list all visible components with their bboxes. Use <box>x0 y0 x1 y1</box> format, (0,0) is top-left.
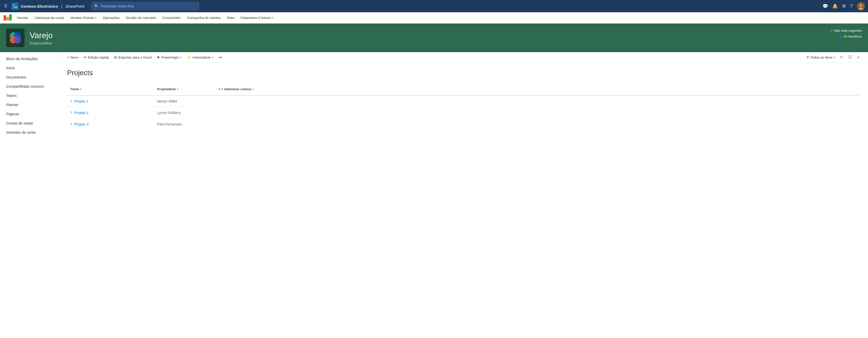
patamares-chevron: ▾ <box>272 17 273 19</box>
quick-edit-button[interactable]: ✏ Edição rápida <box>82 54 111 61</box>
view-chevron: ▾ <box>834 56 835 59</box>
list-item: ↗ Projeto 3 Patti Fernandez <box>67 119 860 130</box>
top-bar: ⠿ Contoso Electronics | SharePoint 🔍 💬 🔔… <box>0 0 868 12</box>
new-label: Novo <box>70 56 79 59</box>
svg-point-3 <box>15 6 17 8</box>
search-input[interactable] <box>101 4 196 8</box>
list-headers: Título ▾ Proprietário ▾ + + Adicionar co… <box>67 85 860 96</box>
project-link-3[interactable]: ↗ Projeto 3 <box>70 122 151 126</box>
list-container: Título ▾ Proprietário ▾ + + Adicionar co… <box>67 85 860 130</box>
svg-point-2 <box>13 6 15 8</box>
nav-gestao[interactable]: Gestão de mercado <box>123 15 159 21</box>
sidebar-item-planner[interactable]: Planner <box>0 100 59 110</box>
nav-lideranca[interactable]: Liderança da conta <box>32 15 66 21</box>
cell-owner-2: Lynne Robbins <box>154 110 215 116</box>
automate-chevron: ▾ <box>212 56 213 59</box>
svg-point-1 <box>15 4 17 6</box>
settings-icon[interactable]: ⚙ <box>842 3 846 9</box>
sidebar-item-paginas[interactable]: Páginas <box>0 110 59 119</box>
nav-campanha[interactable]: Campanha de vendas <box>184 15 223 21</box>
nav-vendas[interactable]: Vendas <box>14 15 31 21</box>
list-item: ↗ Projeto 2 Lynne Robbins <box>67 107 860 119</box>
sidebar-item-teams[interactable]: Teams <box>0 91 59 100</box>
site-header-actions: ☆ Não está seguindo 👤 24 membros <box>830 29 862 38</box>
sidebar-item-gerentes[interactable]: Gerentes de conta <box>0 128 59 137</box>
help-icon[interactable]: ? <box>850 4 852 9</box>
column-header-titulo[interactable]: Título ▾ <box>67 85 154 93</box>
search-bar[interactable]: 🔍 <box>92 2 199 10</box>
sidebar-item-compartilhado[interactable]: Compartilhado conosco <box>0 82 59 91</box>
powerapps-button[interactable]: ❖ PowerApps ▾ <box>155 54 184 61</box>
svg-point-0 <box>13 4 15 6</box>
plus-icon: + <box>67 55 69 59</box>
nav-operacoes[interactable]: Operações <box>100 15 122 21</box>
command-bar: + Novo ✏ Edição rápida ⊞ Exportar para o… <box>59 52 868 63</box>
edit-icon: ✏ <box>84 55 87 59</box>
svg-rect-10 <box>9 14 12 21</box>
svg-rect-8 <box>4 16 6 21</box>
site-subtitle: Grupo público <box>30 41 862 45</box>
view-selector[interactable]: ≡ Todos os Itens ▾ <box>805 54 837 61</box>
powerapps-chevron: ▾ <box>180 56 182 59</box>
cell-empty-2 <box>215 112 860 114</box>
sidebar-item-inicio[interactable]: Início <box>0 63 59 72</box>
members-button[interactable]: 👤 24 membros <box>838 34 862 38</box>
follow-button[interactable]: ☆ Não está seguindo <box>830 29 862 32</box>
secondary-nav: Vendas Liderança da conta Vendas Globais… <box>0 12 868 24</box>
site-header: Varejo Grupo público ☆ Não está seguindo… <box>0 24 868 52</box>
more-button[interactable]: ••• <box>216 54 224 61</box>
fullscreen-icon: ⤢ <box>857 55 860 59</box>
follow-label: Não está seguindo <box>834 29 862 32</box>
cell-empty-3 <box>215 123 860 125</box>
person-icon: 👤 <box>838 34 842 38</box>
column-header-add[interactable]: + + Adicionar coluna ▾ <box>215 85 860 93</box>
nav-patamares[interactable]: Patamares Contoso ▾ <box>238 15 276 21</box>
powerapps-label: PowerApps <box>161 56 179 59</box>
project-link-1[interactable]: ↗ Projeto 1 <box>70 99 151 103</box>
info-icon: ⓘ <box>848 55 851 60</box>
page-content: Projects Título ▾ Proprietário ▾ + + Adi… <box>59 63 868 136</box>
cell-owner-3: Patti Fernandez <box>154 121 215 127</box>
top-bar-right: 💬 🔔 ⚙ ? <box>823 2 865 10</box>
bell-icon[interactable]: 🔔 <box>832 3 838 9</box>
more-icon: ••• <box>218 56 222 59</box>
add-col-chevron: ▾ <box>252 88 253 91</box>
new-button[interactable]: + Novo <box>65 54 81 61</box>
nav-sites[interactable]: Sites <box>224 15 237 21</box>
cell-title-1: ↗ Projeto 1 <box>67 98 154 104</box>
nav-consumidor[interactable]: Consumidor <box>160 15 183 21</box>
divider: | <box>61 4 62 9</box>
link-icon-3: ↗ <box>69 122 74 127</box>
command-bar-right: ≡ Todos os Itens ▾ ▽ ⓘ ⤢ <box>805 54 862 61</box>
export-button[interactable]: ⊞ Exportar para o Excel <box>112 54 154 61</box>
star-icon: ☆ <box>830 29 833 32</box>
excel-icon: ⊞ <box>114 55 117 59</box>
avatar[interactable] <box>857 2 865 10</box>
site-nav-logo <box>3 13 12 23</box>
project-link-2[interactable]: ↗ Projeto 2 <box>70 111 151 115</box>
cell-title-2: ↗ Projeto 2 <box>67 110 154 116</box>
company-logo[interactable]: Contoso Electronics <box>11 3 58 10</box>
fullscreen-button[interactable]: ⤢ <box>855 54 862 61</box>
automate-label: Automatizar <box>192 56 211 59</box>
filter-button[interactable]: ▽ <box>838 54 845 61</box>
svg-rect-9 <box>6 17 9 21</box>
view-label: Todos os Itens <box>810 56 833 59</box>
add-col-icon: + <box>218 87 220 91</box>
sidebar-item-documentos[interactable]: Documentos <box>0 72 59 82</box>
column-header-proprietario[interactable]: Proprietário ▾ <box>154 85 215 93</box>
waffle-icon[interactable]: ⠿ <box>3 2 8 10</box>
site-icon <box>6 29 25 47</box>
comment-icon[interactable]: 💬 <box>823 3 828 9</box>
sidebar-item-bloco[interactable]: Bloco de Anotações <box>0 54 59 63</box>
sidebar-item-contas[interactable]: Contas de varejo <box>0 119 59 128</box>
logo-icon <box>11 3 19 10</box>
automate-button[interactable]: ⚡ Automatizar ▾ <box>185 54 215 61</box>
list-item: ↗ Projeto 1 Nestor Wilke <box>67 96 860 107</box>
link-icon-2: ↗ <box>69 111 74 115</box>
nav-vendas-globais[interactable]: Vendas Globais ▾ <box>67 15 99 21</box>
automate-icon: ⚡ <box>187 55 191 59</box>
svg-point-14 <box>14 36 21 43</box>
filter-icon: ▽ <box>840 55 843 59</box>
info-button[interactable]: ⓘ <box>846 54 854 61</box>
